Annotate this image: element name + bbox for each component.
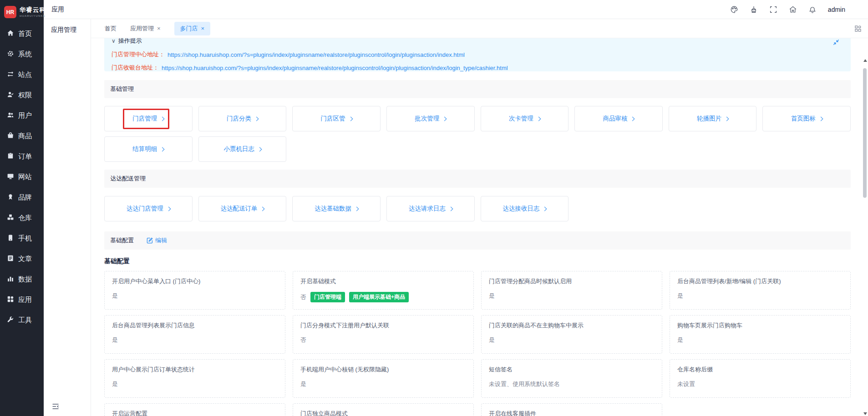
tab-options-grid-icon[interactable]	[854, 25, 862, 32]
home-shortcut-icon[interactable]	[789, 5, 797, 14]
card-label: 次卡管理	[509, 115, 533, 123]
top-header: 应用 admin	[44, 0, 868, 19]
tip-line-label: 门店收银台地址：	[112, 64, 159, 72]
sidebar-item-label: 仓库	[18, 214, 32, 222]
sidebar-item-warehouse[interactable]: 仓库	[0, 208, 44, 228]
config-card: 开启运营配置	[104, 403, 285, 416]
notification-bell-icon[interactable]	[808, 5, 817, 14]
collapse-panel-icon[interactable]	[832, 39, 840, 46]
card-printer-log[interactable]: 小票机日志	[198, 136, 287, 162]
sidebar-item-mobile[interactable]: 手机	[0, 228, 44, 249]
config-value: 否	[300, 336, 466, 344]
sidebar-item-apps[interactable]: 应用	[0, 290, 44, 310]
sidebar-item-permission[interactable]: 权限	[0, 85, 44, 105]
scrollbar-thumb[interactable]	[863, 68, 867, 198]
submenu-item-app-management[interactable]: 应用管理	[44, 19, 91, 41]
clipboard-icon	[7, 152, 14, 161]
card-dada-base-data[interactable]: 达达基础数据	[292, 196, 381, 221]
card-store-district[interactable]: 门店区管	[292, 106, 381, 131]
sidebar-item-goods[interactable]: 商品	[0, 126, 44, 146]
tip-line: 门店管理中心地址： https://shop.huaruishop.com/?s…	[112, 50, 843, 59]
section-title: 达达配送管理	[110, 175, 146, 183]
sidebar-item-site[interactable]: 站点	[0, 65, 44, 85]
edit-pencil-icon	[147, 237, 153, 244]
section-header-basic-management: 基础管理	[104, 80, 851, 98]
status-badge: 门店管理端	[310, 292, 345, 302]
sidebar-item-label: 网站	[18, 173, 32, 181]
store-admin-url-link[interactable]: https://shop.huaruishop.com/?s=plugins/i…	[168, 51, 465, 58]
sidebar-item-users[interactable]: 用户	[0, 105, 44, 126]
gear-icon	[7, 50, 14, 59]
brand-subtitle: HUARUIYUNKE	[20, 15, 46, 18]
card-dada-store-management[interactable]: 达达门店管理	[104, 196, 193, 221]
chevron-right-icon	[254, 116, 259, 121]
edit-config-button[interactable]: 编辑	[147, 236, 167, 245]
config-heading: 基础配置	[104, 257, 851, 266]
config-label: 门店独立商品模式	[300, 410, 466, 416]
config-card: 用户中心展示门店订单状态统计 是	[104, 359, 285, 398]
config-label: 开启运营配置	[112, 410, 278, 416]
config-label: 后台商品管理列表/新增/编辑 (门店关联)	[677, 277, 843, 286]
config-label: 仓库名称后缀	[677, 366, 843, 374]
sidebar-item-tools[interactable]: 工具	[0, 310, 44, 331]
config-value: 是	[677, 336, 843, 344]
tab-app-management[interactable]: 应用管理 ×	[130, 25, 161, 33]
sidebar-item-label: 订单	[18, 152, 32, 161]
card-label: 达达请求日志	[409, 205, 446, 213]
wrench-icon	[7, 316, 14, 325]
fullscreen-icon[interactable]	[769, 5, 777, 14]
card-batch-management[interactable]: 批次管理	[386, 106, 475, 131]
boxes-icon	[7, 214, 14, 222]
close-icon[interactable]: ×	[201, 25, 205, 32]
theme-palette-icon[interactable]	[730, 5, 738, 14]
card-carousel-images[interactable]: 轮播图片	[669, 106, 757, 131]
clear-cache-icon[interactable]	[750, 5, 758, 14]
card-label: 轮播图片	[697, 115, 721, 123]
section-header-basic-config: 基础配置 编辑	[104, 231, 851, 250]
config-label: 开启基础模式	[300, 277, 466, 286]
sidebar-item-website[interactable]: 网站	[0, 167, 44, 187]
card-settlement-detail[interactable]: 结算明细	[104, 136, 193, 162]
chevron-right-icon	[442, 116, 447, 121]
card-store-management[interactable]: 门店管理	[104, 106, 193, 131]
phone-icon	[7, 234, 14, 243]
cashier-url-link[interactable]: https://shop.huaruishop.com/?s=plugins/i…	[162, 65, 508, 71]
app-title: 应用	[44, 5, 91, 14]
tab-multi-store[interactable]: 多门店 ×	[174, 22, 211, 35]
config-card: 门店独立商品模式	[293, 403, 474, 416]
scroll-up-arrow[interactable]	[863, 59, 867, 62]
chevron-right-icon	[536, 116, 541, 121]
tab-home[interactable]: 首页	[105, 25, 117, 33]
card-dada-request-log[interactable]: 达达请求日志	[386, 196, 475, 221]
sidebar-item-home[interactable]: 首页	[0, 24, 44, 44]
brand-logo[interactable]: HR 华睿云科 HUARUIYUNKE	[0, 0, 44, 24]
tip-title-row[interactable]: ∨ 操作提示	[112, 38, 843, 45]
sidebar-item-data[interactable]: 数据	[0, 269, 44, 290]
card-goods-audit[interactable]: 商品审核	[574, 106, 663, 131]
collapse-menu-icon[interactable]	[51, 402, 60, 411]
sidebar-item-brand[interactable]: 品牌	[0, 187, 44, 208]
sidebar-item-article[interactable]: 文章	[0, 249, 44, 269]
close-icon[interactable]: ×	[157, 25, 161, 32]
sidebar-item-orders[interactable]: 订单	[0, 146, 44, 167]
config-card: 后台商品管理列表展示门店信息 是	[104, 315, 285, 354]
scroll-down-arrow[interactable]	[863, 412, 867, 415]
main-content: 首页 应用管理 × 多门店 ×	[91, 19, 868, 416]
secondary-menu: 应用管理	[44, 19, 91, 416]
chevron-right-icon	[160, 116, 165, 121]
card-dada-receive-log[interactable]: 达达接收日志	[481, 196, 569, 221]
sidebar-item-label: 应用	[18, 296, 32, 304]
card-home-icons[interactable]: 首页图标	[762, 106, 851, 131]
vertical-scrollbar[interactable]	[862, 38, 868, 416]
sidebar-item-label: 系统	[18, 50, 32, 59]
card-times-card-management[interactable]: 次卡管理	[481, 106, 569, 131]
username[interactable]: admin	[828, 6, 845, 13]
chevron-right-icon	[257, 147, 262, 151]
sidebar-item-system[interactable]: 系统	[0, 44, 44, 65]
page-body: ∨ 操作提示 门店管理中心地址： https://shop.huaruishop…	[91, 38, 868, 416]
card-store-category[interactable]: 门店分类	[198, 106, 287, 131]
config-label: 购物车页展示门店购物车	[677, 321, 843, 330]
card-dada-delivery-orders[interactable]: 达达配送订单	[198, 196, 287, 221]
config-label: 短信签名	[489, 366, 655, 374]
config-grid: 开启用户中心菜单入口 (门店中心) 是 开启基础模式 否 门店管理端 用户端展示…	[104, 271, 851, 416]
